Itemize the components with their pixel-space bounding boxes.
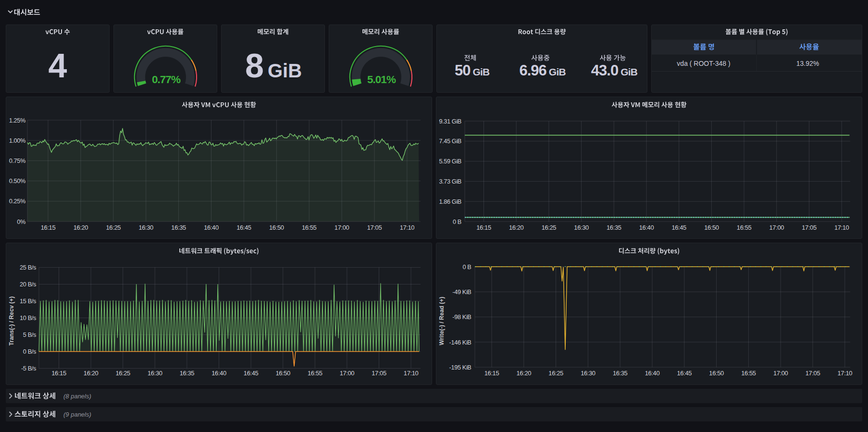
svg-text:0 B/s: 0 B/s — [23, 348, 36, 355]
svg-text:16:45: 16:45 — [677, 370, 692, 377]
svg-text:16:35: 16:35 — [171, 224, 186, 231]
svg-text:0.50%: 0.50% — [9, 177, 25, 185]
svg-text:17:05: 17:05 — [802, 224, 817, 231]
svg-text:0.25%: 0.25% — [9, 197, 25, 205]
svg-text:16:20: 16:20 — [509, 224, 524, 231]
svg-text:13.92%: 13.92% — [796, 60, 819, 67]
svg-text:17:05: 17:05 — [372, 370, 386, 377]
svg-text:17:00: 17:00 — [769, 224, 784, 231]
svg-text:17:05: 17:05 — [367, 224, 382, 231]
svg-text:16:40: 16:40 — [211, 370, 226, 377]
svg-text:16:40: 16:40 — [204, 224, 219, 231]
svg-text:1.25%: 1.25% — [9, 117, 25, 124]
svg-text:16:30: 16:30 — [138, 224, 153, 231]
svg-text:17:10: 17:10 — [404, 370, 419, 377]
svg-text:-195 KiB: -195 KiB — [449, 364, 471, 371]
svg-text:16:30: 16:30 — [148, 370, 162, 377]
svg-text:20 B/s: 20 B/s — [20, 281, 36, 288]
svg-text:0 B: 0 B — [462, 263, 471, 271]
svg-text:9.31 GiB: 9.31 GiB — [439, 118, 461, 125]
svg-text:16:20: 16:20 — [74, 224, 88, 231]
svg-text:16:55: 16:55 — [737, 224, 752, 231]
svg-text:0.77%: 0.77% — [152, 74, 181, 86]
svg-text:16:35: 16:35 — [607, 224, 621, 231]
svg-text:-98 KiB: -98 KiB — [452, 313, 471, 321]
svg-text:17:00: 17:00 — [335, 224, 349, 231]
svg-text:16:55: 16:55 — [741, 370, 756, 377]
svg-text:25 B/s: 25 B/s — [20, 264, 36, 271]
svg-text:16:45: 16:45 — [671, 224, 686, 231]
svg-text:0 B: 0 B — [453, 218, 461, 225]
svg-text:4: 4 — [49, 47, 67, 85]
svg-text:16:30: 16:30 — [581, 370, 595, 377]
svg-text:16:25: 16:25 — [542, 224, 557, 231]
svg-text:0.75%: 0.75% — [9, 157, 25, 164]
svg-text:17:05: 17:05 — [806, 370, 820, 377]
svg-text:(9 panels): (9 panels) — [63, 411, 91, 418]
svg-text:-5 B/s: -5 B/s — [21, 365, 36, 372]
svg-text:vda ( ROOT-348 ): vda ( ROOT-348 ) — [677, 60, 730, 67]
svg-text:3.73 GiB: 3.73 GiB — [439, 178, 461, 185]
svg-text:16:20: 16:20 — [517, 370, 532, 377]
svg-text:5 B/s: 5 B/s — [23, 331, 36, 338]
svg-text:16:15: 16:15 — [41, 224, 56, 231]
svg-text:-146 KiB: -146 KiB — [449, 339, 471, 346]
svg-text:7.45 GiB: 7.45 GiB — [439, 137, 461, 145]
svg-text:16:35: 16:35 — [613, 370, 628, 377]
svg-text:1.86 GiB: 1.86 GiB — [439, 198, 461, 205]
svg-text:-49 KiB: -49 KiB — [452, 288, 471, 296]
svg-text:Trans(-) / Recv (+): Trans(-) / Recv (+) — [8, 296, 15, 346]
svg-text:16:35: 16:35 — [180, 370, 195, 377]
svg-text:16:45: 16:45 — [236, 224, 251, 231]
svg-text:0%: 0% — [17, 218, 25, 225]
svg-text:5.59 GiB: 5.59 GiB — [439, 158, 461, 165]
svg-text:16:15: 16:15 — [51, 370, 66, 377]
svg-text:Write(-) / Read (+): Write(-) / Read (+) — [438, 296, 445, 345]
svg-text:5.01%: 5.01% — [367, 74, 396, 86]
svg-text:16:50: 16:50 — [704, 224, 719, 231]
svg-text:16:15: 16:15 — [476, 224, 491, 231]
svg-text:16:55: 16:55 — [308, 370, 322, 377]
svg-text:17:10: 17:10 — [838, 370, 853, 377]
svg-text:1.00%: 1.00% — [9, 137, 25, 144]
svg-text:16:20: 16:20 — [84, 370, 99, 377]
svg-text:17:00: 17:00 — [773, 370, 788, 377]
svg-text:16:50: 16:50 — [709, 370, 724, 377]
svg-text:16:45: 16:45 — [244, 370, 259, 377]
svg-text:17:10: 17:10 — [400, 224, 415, 231]
svg-text:17:00: 17:00 — [340, 370, 355, 377]
svg-text:16:25: 16:25 — [548, 370, 563, 377]
svg-text:16:50: 16:50 — [269, 224, 284, 231]
svg-text:17:10: 17:10 — [834, 224, 849, 231]
svg-text:16:25: 16:25 — [115, 370, 130, 377]
svg-text:16:40: 16:40 — [645, 370, 660, 377]
svg-text:16:25: 16:25 — [106, 224, 121, 231]
svg-text:10 B/s: 10 B/s — [20, 314, 36, 321]
svg-text:16:40: 16:40 — [639, 224, 654, 231]
svg-text:16:50: 16:50 — [275, 370, 290, 377]
svg-text:15 B/s: 15 B/s — [20, 297, 36, 305]
svg-text:16:15: 16:15 — [484, 370, 499, 377]
svg-text:16:30: 16:30 — [574, 224, 589, 231]
svg-text:(8 panels): (8 panels) — [63, 393, 91, 400]
svg-text:16:55: 16:55 — [302, 224, 317, 231]
